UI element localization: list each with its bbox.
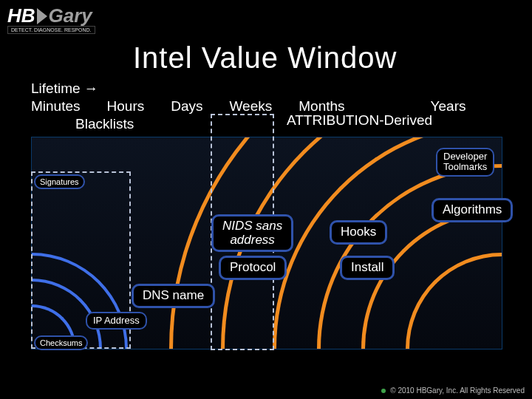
label-algorithms: Algorithms <box>432 198 513 222</box>
copyright-text: © 2010 HBGary, Inc. All Rights Reserved <box>390 386 525 395</box>
label-ip: IP Address <box>86 312 147 330</box>
logo-triangle-icon <box>37 8 47 24</box>
label-dev-toolmarks: Developer Toolmarks <box>436 148 494 177</box>
tick-days: Days <box>171 98 202 115</box>
lifetime-label: Lifetime → <box>31 80 466 98</box>
tick-minutes: Minutes <box>31 98 81 115</box>
tick-hours: Hours <box>107 98 145 115</box>
logo-gary: Gary <box>49 4 92 27</box>
label-install: Install <box>340 256 395 280</box>
logo-tagline: DETECT. DIAGNOSE. RESPOND. <box>7 26 95 34</box>
slide-title: Intel Value Window <box>133 41 397 75</box>
label-protocol: Protocol <box>219 256 287 280</box>
status-dot-icon <box>381 389 386 393</box>
tick-weeks: Weeks <box>230 98 273 115</box>
logo-hb: HB <box>7 4 35 27</box>
label-hooks: Hooks <box>330 220 387 245</box>
label-nids: NIDS sans address <box>211 214 293 252</box>
group-attribution: ATTRIBUTION-Derived <box>287 112 432 129</box>
copyright: © 2010 HBGary, Inc. All Rights Reserved <box>381 386 525 395</box>
label-dns: DNS name <box>132 284 215 308</box>
logo: HB Gary DETECT. DIAGNOSE. RESPOND. <box>7 4 95 34</box>
tick-years: Years <box>431 98 466 115</box>
group-blacklists: Blacklists <box>75 116 134 132</box>
label-checksums: Checksums <box>34 335 88 350</box>
label-signatures: Signatures <box>34 174 85 189</box>
